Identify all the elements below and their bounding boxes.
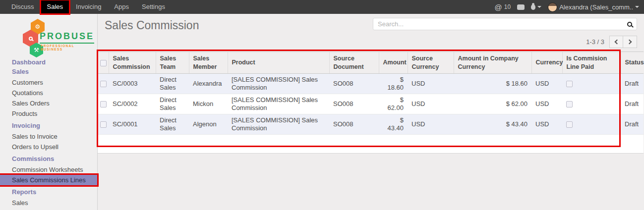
sidebar-header-commissions[interactable]: Commissions <box>0 155 97 162</box>
select-all-checkbox[interactable] <box>100 60 107 66</box>
pager-range: 1-3 / 3 <box>586 38 604 46</box>
cell-amount-in-company-currency: $ 43.40 <box>454 114 531 135</box>
cell-amount: $ 43.40 <box>379 114 408 135</box>
column-header-source-document[interactable]: Source Document <box>329 52 379 74</box>
sidebar-item-orders-to-upsell[interactable]: Orders to Upsell <box>0 142 97 152</box>
sidebar-item-quotations[interactable]: Quotations <box>0 88 97 98</box>
caret-down-icon <box>635 6 639 10</box>
sidebar-item-customers[interactable]: Customers <box>0 77 97 88</box>
logo-subtitle: PROFESSIONAL BUSINESS <box>41 44 92 51</box>
at-icon: @ <box>495 3 502 11</box>
sidebar-header-reports[interactable]: Reports <box>0 188 97 196</box>
app-menu-settings[interactable]: Settings <box>136 0 171 13</box>
chat-bubble-icon[interactable] <box>517 4 525 10</box>
sidebar-section-reports: ReportsSales <box>0 188 97 208</box>
cell-sales-team: Direct Sales <box>156 114 189 135</box>
table-header-row: Sales CommissionSales TeamSales MemberPr… <box>98 52 644 74</box>
app-menu-apps[interactable]: Apps <box>108 0 135 13</box>
pager-next-button[interactable] <box>623 36 637 48</box>
cell-sales-commission: SC/0002 <box>109 94 156 114</box>
app-menu-discuss[interactable]: Discuss <box>5 0 40 13</box>
sidebar-item-products[interactable]: Products <box>0 108 97 119</box>
search-input[interactable] <box>378 20 627 28</box>
cell-source-document: SO008 <box>329 114 379 135</box>
logo-title: PROBUSE <box>40 31 94 44</box>
sidebar-section-sales: SalesCustomersQuotationsSales OrdersProd… <box>0 68 97 119</box>
row-select-checkbox[interactable] <box>100 101 107 107</box>
column-header-product[interactable]: Product <box>228 52 329 74</box>
cell-amount: $ 18.60 <box>379 74 408 94</box>
list-view: Sales CommissionSales TeamSales MemberPr… <box>98 52 644 154</box>
cell-amount: $ 62.00 <box>379 94 408 114</box>
pager: 1-3 / 3 <box>586 36 637 48</box>
table-row-sc-0003[interactable]: SC/0003Direct SalesAlexandra[SALES COMMI… <box>98 74 644 94</box>
column-header-status[interactable]: Status <box>621 52 644 74</box>
column-header-is-commision-line-paid[interactable]: Is Commision Line Paid <box>562 52 621 74</box>
sidebar-header-dashboard[interactable]: Dashboard <box>0 58 97 66</box>
cell-is-paid <box>562 74 621 94</box>
cell-product: [SALES COMMISSION] Sales Commission <box>228 74 329 94</box>
sidebar-item-sales-commissions-lines[interactable]: Sales Commissions Lines <box>0 175 97 185</box>
search-icon[interactable] <box>627 22 632 27</box>
table-row-sc-0001[interactable]: SC/0001Direct SalesAlgenon[SALES COMMISS… <box>98 114 644 135</box>
column-header-sales-commission[interactable]: Sales Commission <box>109 52 156 74</box>
column-header-amount[interactable]: Amount <box>379 52 408 74</box>
cell-product: [SALES COMMISSION] Sales Commission <box>228 114 329 135</box>
cell-product: [SALES COMMISSION] Sales Commission <box>228 94 329 114</box>
column-header-sales-team[interactable]: Sales Team <box>156 52 189 74</box>
avatar <box>548 2 557 12</box>
pager-prev-button[interactable] <box>609 36 623 48</box>
cell-source-currency: USD <box>408 74 454 94</box>
user-name: Alexandra (Sales_comm.. <box>559 3 633 11</box>
is-paid-checkbox[interactable] <box>566 101 573 107</box>
app-menu-sales[interactable]: Sales <box>41 0 69 13</box>
empty-row <box>98 135 644 153</box>
sidebar-item-sales[interactable]: Sales <box>0 198 97 208</box>
cell-sales-team: Direct Sales <box>156 74 189 94</box>
row-select-checkbox[interactable] <box>100 81 107 87</box>
sidebar-header-invoicing[interactable]: Invoicing <box>0 122 97 129</box>
is-paid-checkbox[interactable] <box>566 81 573 87</box>
sidebar-nav: DashboardSalesCustomersQuotationsSales O… <box>0 58 97 208</box>
cell-sales-member: Alexandra <box>189 74 228 94</box>
sidebar-section-commissions: CommissionsCommission WorksheetsSales Co… <box>0 155 97 185</box>
cell-status: Draft <box>621 94 644 114</box>
main-content: Sales Commission 1-3 / 3 Sales Commissio… <box>98 14 644 210</box>
debug-menu[interactable] <box>531 4 541 10</box>
cell-status: Draft <box>621 114 644 135</box>
user-menu[interactable]: Alexandra (Sales_comm.. <box>548 2 639 12</box>
cell-source-document: SO008 <box>329 74 379 94</box>
cell-is-paid <box>562 114 621 135</box>
topbar-right: @ 10 Alexandra (Sales_comm.. <box>495 2 639 12</box>
cell-status: Draft <box>621 74 644 94</box>
topbar: DiscussSalesInvoicingAppsSettings @ 10 A… <box>0 0 644 14</box>
table-row-sc-0002[interactable]: SC/0002Direct SalesMickon[SALES COMMISSI… <box>98 94 644 114</box>
cell-currency: USD <box>531 94 562 114</box>
cell-sales-commission: SC/0003 <box>109 74 156 94</box>
sidebar-section-dashboard: Dashboard <box>0 58 97 66</box>
column-header-currency[interactable]: Currency <box>531 52 562 74</box>
cell-amount-in-company-currency: $ 18.60 <box>454 74 531 94</box>
column-header-sales-member[interactable]: Sales Member <box>189 52 228 74</box>
sidebar-item-sales-orders[interactable]: Sales Orders <box>0 98 97 108</box>
cell-sales-member: Algenon <box>189 114 228 135</box>
sidebar-item-sales-to-invoice[interactable]: Sales to Invoice <box>0 131 97 142</box>
app-menus: DiscussSalesInvoicingAppsSettings <box>5 0 172 14</box>
sidebar: ⚙ ⚒ PROBUSE PROFESSIONAL BUSINESS Dashbo… <box>0 14 98 210</box>
column-header-source-currency[interactable]: Source Currency <box>408 52 454 74</box>
cell-currency: USD <box>531 114 562 135</box>
is-paid-checkbox[interactable] <box>566 121 573 128</box>
sidebar-item-commission-worksheets[interactable]: Commission Worksheets <box>0 164 97 175</box>
row-select-checkbox[interactable] <box>100 121 107 128</box>
sidebar-header-sales[interactable]: Sales <box>0 68 97 75</box>
mention-counter[interactable]: @ 10 <box>495 3 511 11</box>
column-header-amount-in-company-currency[interactable]: Amount in Company Currency <box>454 52 531 74</box>
search-bar <box>373 18 637 30</box>
mention-count: 10 <box>504 3 511 10</box>
cell-sales-commission: SC/0001 <box>109 114 156 135</box>
commission-table: Sales CommissionSales TeamSales MemberPr… <box>98 52 644 153</box>
page: { "topbar": { "menus": [ {"label": "Disc… <box>0 0 644 210</box>
cell-sales-team: Direct Sales <box>156 94 189 114</box>
app-menu-invoicing[interactable]: Invoicing <box>70 0 107 13</box>
probuse-logo: ⚙ ⚒ PROBUSE PROFESSIONAL BUSINESS <box>5 19 92 57</box>
